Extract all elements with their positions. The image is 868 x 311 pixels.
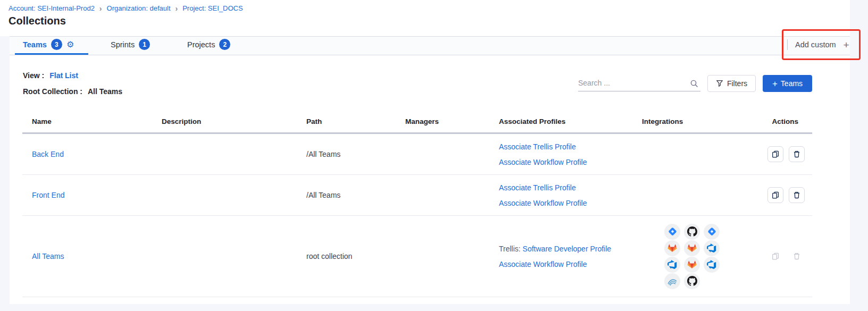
tab-projects-count-badge: 2 (219, 39, 230, 50)
add-custom-button[interactable]: Add custom + (787, 39, 849, 50)
cell-associated-profiles: Associate Trellis Profile Associate Work… (499, 175, 642, 216)
breadcrumb: Account: SEI-Internal-Prod2 › Organizati… (9, 4, 243, 12)
vertical-divider (787, 39, 788, 50)
software-developer-profile-link[interactable]: Software Developer Profile (523, 245, 612, 253)
breadcrumb-separator: › (99, 5, 102, 12)
cell-associated-profiles: Associate Trellis Profile Associate Work… (499, 134, 642, 175)
github-icon (684, 224, 700, 240)
column-header-actions: Actions (764, 111, 812, 134)
gear-icon[interactable]: ⚙ (66, 40, 74, 49)
cell-managers (405, 216, 499, 297)
cell-path: /All Teams (306, 134, 405, 175)
root-collection-value: All Teams (88, 87, 122, 96)
delete-button-disabled (789, 248, 805, 264)
tab-teams-label: Teams (23, 40, 47, 49)
view-settings: View : Flat List Root Collection : All T… (23, 71, 122, 103)
tab-sprints[interactable]: Sprints 1 (111, 39, 150, 50)
breadcrumb-project-link[interactable]: Project: SEI_DOCS (182, 4, 243, 12)
plus-icon: + (772, 79, 778, 88)
view-value-link[interactable]: Flat List (49, 71, 78, 80)
tab-teams-count-badge: 3 (51, 39, 62, 50)
delete-button[interactable] (789, 187, 805, 203)
tab-sprints-label: Sprints (111, 40, 135, 49)
column-header-name: Name (22, 111, 162, 134)
github-icon (684, 273, 700, 289)
copy-button[interactable] (767, 146, 783, 162)
azure-devops-icon (704, 240, 720, 256)
cell-integrations (642, 134, 764, 175)
cell-description (162, 175, 306, 216)
tab-projects-label: Projects (187, 40, 215, 49)
integrations-grid (642, 224, 720, 289)
filters-button-label: Filters (727, 79, 747, 88)
cell-associated-profiles: Trellis: Software Developer Profile Asso… (499, 216, 642, 297)
search-input[interactable] (578, 75, 685, 90)
gitlab-icon (664, 240, 680, 256)
associate-workflow-profile-link[interactable]: Associate Workflow Profile (499, 158, 587, 166)
cell-managers (405, 175, 499, 216)
filters-button[interactable]: Filters (707, 75, 756, 92)
azure-devops-icon (704, 257, 720, 273)
cell-actions (764, 175, 812, 216)
sonarqube-icon (664, 273, 680, 289)
add-teams-button[interactable]: + Teams (763, 75, 812, 92)
jira-icon (664, 224, 680, 240)
associate-workflow-profile-link[interactable]: Associate Workflow Profile (499, 260, 587, 268)
add-custom-label: Add custom (795, 40, 836, 49)
search-icon (690, 79, 698, 88)
associate-trellis-profile-link[interactable]: Associate Trellis Profile (499, 183, 576, 192)
funnel-icon (716, 80, 723, 87)
azure-devops-icon (664, 257, 680, 273)
cell-actions (764, 216, 812, 297)
cell-name: Back End (22, 134, 162, 175)
tab-sprints-count-badge: 1 (139, 39, 150, 50)
collections-table: Name Description Path Managers Associate… (22, 111, 812, 297)
delete-button[interactable] (789, 146, 805, 162)
tab-teams[interactable]: Teams 3 ⚙ (23, 39, 74, 50)
breadcrumb-account-link[interactable]: Account: SEI-Internal-Prod2 (9, 4, 95, 12)
gitlab-icon (684, 257, 700, 273)
copy-button-disabled (767, 248, 783, 264)
trellis-prefix-label: Trellis: (499, 245, 521, 253)
collection-link-back-end[interactable]: Back End (32, 150, 64, 158)
cell-name: All Teams (22, 216, 162, 297)
cell-path: /All Teams (306, 175, 405, 216)
add-teams-button-label: Teams (781, 79, 803, 88)
cell-managers (405, 134, 499, 175)
associate-workflow-profile-link[interactable]: Associate Workflow Profile (499, 199, 587, 207)
active-tab-underline (15, 53, 88, 55)
cell-integrations (642, 175, 764, 216)
page-title: Collections (9, 15, 66, 27)
breadcrumb-separator: › (176, 5, 178, 12)
breadcrumb-organization-link[interactable]: Organization: default (107, 4, 171, 12)
cell-description (162, 134, 306, 175)
column-header-managers: Managers (405, 111, 499, 134)
collection-link-front-end[interactable]: Front End (32, 191, 64, 199)
copy-button[interactable] (767, 187, 783, 203)
search-field (578, 75, 700, 91)
collection-link-all-teams[interactable]: All Teams (32, 252, 64, 260)
column-header-description: Description (162, 111, 306, 134)
cell-integrations (642, 216, 764, 297)
cell-path: root collection (306, 216, 405, 297)
cell-description (162, 216, 306, 297)
associate-trellis-profile-link[interactable]: Associate Trellis Profile (499, 142, 576, 151)
root-collection-label: Root Collection : (23, 87, 82, 96)
gitlab-icon (684, 240, 700, 256)
plus-icon: + (844, 40, 849, 50)
column-header-path: Path (306, 111, 405, 134)
jira-icon (704, 224, 720, 240)
tab-projects[interactable]: Projects 2 (187, 39, 230, 50)
cell-actions (764, 134, 812, 175)
cell-name: Front End (22, 175, 162, 216)
column-header-integrations: Integrations (642, 111, 764, 134)
column-header-associated-profiles: Associated Profiles (499, 111, 642, 134)
view-label: View : (23, 71, 44, 80)
